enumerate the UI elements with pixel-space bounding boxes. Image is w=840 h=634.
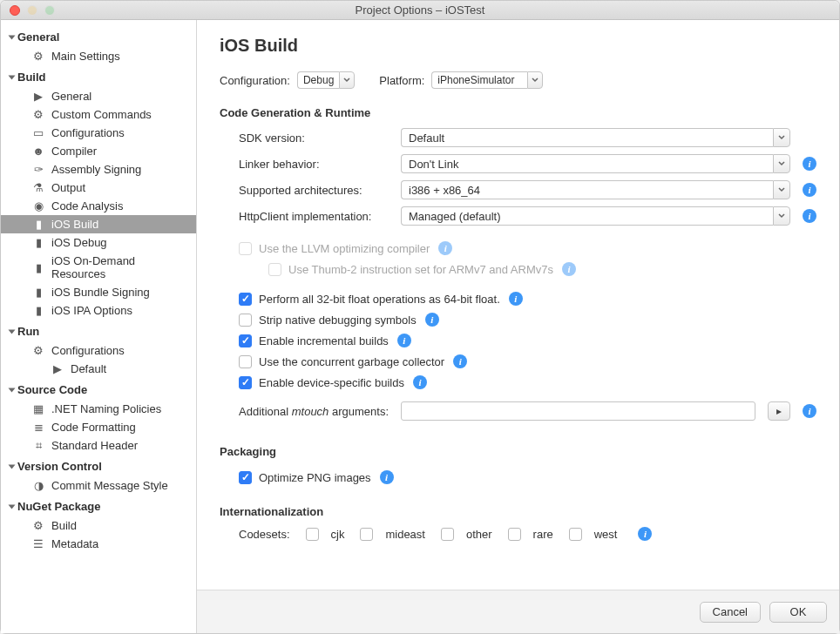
info-icon[interactable]: i xyxy=(509,292,523,306)
mtouch-input[interactable] xyxy=(401,401,755,421)
chevron-down-icon xyxy=(527,71,543,89)
sidebar-category-nuget[interactable]: NuGet Package xyxy=(1,495,196,516)
document-icon: ▮ xyxy=(32,237,44,249)
info-icon[interactable]: i xyxy=(425,313,439,327)
sidebar-item-nuget-metadata[interactable]: ☰Metadata xyxy=(1,535,196,553)
sidebar-item-configurations[interactable]: ▭Configurations xyxy=(1,124,196,142)
sidebar-item-assembly-signing[interactable]: ✑Assembly Signing xyxy=(1,160,196,179)
checkbox[interactable] xyxy=(239,376,252,389)
ok-button[interactable]: OK xyxy=(769,602,827,623)
info-icon[interactable]: i xyxy=(803,209,816,223)
sidebar-item-main-settings[interactable]: ⚙Main Settings xyxy=(1,47,196,65)
checkbox xyxy=(239,242,252,255)
checkbox[interactable] xyxy=(239,314,252,327)
cancel-button[interactable]: Cancel xyxy=(700,602,761,623)
codeset-west[interactable]: west xyxy=(569,528,618,541)
checkbox[interactable] xyxy=(239,355,252,368)
gear-icon: ⚙ xyxy=(32,345,44,357)
info-icon[interactable]: i xyxy=(397,334,411,347)
sdk-select[interactable]: Default xyxy=(401,128,790,147)
info-icon[interactable]: i xyxy=(413,375,427,389)
codeset-rare[interactable]: rare xyxy=(508,528,553,541)
info-icon[interactable]: i xyxy=(803,183,816,197)
chevron-down-icon xyxy=(773,128,790,147)
sidebar-category-source-code[interactable]: Source Code xyxy=(1,378,196,400)
checkbox[interactable] xyxy=(360,528,373,541)
sidebar-item-nuget-build[interactable]: ⚙Build xyxy=(1,516,196,535)
sidebar-item-commit-style[interactable]: ◑Commit Message Style xyxy=(1,476,196,495)
info-icon[interactable]: i xyxy=(562,262,576,276)
close-window-button[interactable] xyxy=(10,5,20,16)
http-select[interactable]: Managed (default) xyxy=(401,206,790,226)
check-incremental[interactable]: Enable incremental buildsi xyxy=(220,330,816,351)
checkbox[interactable] xyxy=(441,528,454,541)
play-icon: ▶ xyxy=(51,363,64,375)
sdk-label: SDK version: xyxy=(239,132,394,145)
checkbox[interactable] xyxy=(508,528,521,541)
mtouch-picker-button[interactable] xyxy=(768,401,790,421)
codeset-cjk[interactable]: cjk xyxy=(306,528,345,541)
http-label: HttpClient implementation: xyxy=(239,210,394,223)
sidebar-category-build[interactable]: Build xyxy=(1,65,196,87)
body: General ⚙Main Settings Build ▶General ⚙C… xyxy=(1,20,839,633)
page-title: iOS Build xyxy=(220,36,816,56)
sidebar-item-standard-header[interactable]: ⌗Standard Header xyxy=(1,436,196,455)
configuration-select[interactable]: Debug xyxy=(297,71,355,89)
content-scroll: iOS Build Configuration: Debug Platform:… xyxy=(197,20,839,590)
codeset-other[interactable]: other xyxy=(441,528,492,541)
sidebar-item-code-formatting[interactable]: ≣Code Formatting xyxy=(1,418,196,436)
checkbox[interactable] xyxy=(306,528,319,541)
sidebar-category-general[interactable]: General xyxy=(1,25,196,47)
linker-select[interactable]: Don't Link xyxy=(401,154,790,173)
sidebar-item-ios-ipa-options[interactable]: ▮iOS IPA Options xyxy=(1,301,196,320)
arch-label: Supported architectures: xyxy=(239,184,394,197)
sidebar-item-naming-policies[interactable]: ▦.NET Naming Policies xyxy=(1,400,196,418)
minimize-window-button[interactable] xyxy=(27,5,37,16)
checkbox[interactable] xyxy=(569,528,582,541)
sidebar-sub-configurations[interactable]: ⚙Configurations xyxy=(1,341,196,360)
gear-icon: ⚙ xyxy=(32,520,44,532)
dialog-footer: Cancel OK xyxy=(197,590,839,633)
sidebar-category-run[interactable]: Run xyxy=(1,320,196,341)
info-icon[interactable]: i xyxy=(380,470,394,484)
row-arch: Supported architectures: i386 + x86_64 i xyxy=(239,180,816,199)
zoom-window-button[interactable] xyxy=(44,5,55,16)
info-icon[interactable]: i xyxy=(803,157,816,171)
codeset-mideast[interactable]: mideast xyxy=(360,528,425,541)
sidebar-item-general[interactable]: ▶General xyxy=(1,87,196,105)
info-icon[interactable]: i xyxy=(803,404,816,418)
info-icon[interactable]: i xyxy=(438,241,452,255)
sidebar-item-default[interactable]: ▶Default xyxy=(1,360,196,378)
hash-icon: ⌗ xyxy=(32,440,44,452)
checkbox[interactable] xyxy=(239,334,252,347)
checkbox[interactable] xyxy=(239,471,252,484)
info-icon[interactable]: i xyxy=(453,354,467,368)
sidebar-item-ios-debug[interactable]: ▮iOS Debug xyxy=(1,233,196,252)
chevron-down-icon xyxy=(773,180,790,199)
checkbox[interactable] xyxy=(239,293,252,306)
check-gc[interactable]: Use the concurrent garbage collectori xyxy=(220,351,816,372)
section-packaging-header: Packaging xyxy=(220,445,816,458)
check-device-builds[interactable]: Enable device-specific buildsi xyxy=(220,372,816,393)
info-icon[interactable]: i xyxy=(638,527,652,541)
key-icon: ✑ xyxy=(32,164,44,176)
sidebar-item-output[interactable]: ⚗Output xyxy=(1,179,196,197)
check-strip[interactable]: Strip native debugging symbolsi xyxy=(220,309,816,330)
check-optimize-png[interactable]: Optimize PNG imagesi xyxy=(220,467,816,488)
sidebar-item-custom-commands[interactable]: ⚙Custom Commands xyxy=(1,105,196,124)
document-icon: ▮ xyxy=(32,219,44,231)
check-thumb: Use Thumb-2 instruction set for ARMv7 an… xyxy=(220,259,816,280)
sidebar-item-ios-ondemand[interactable]: ▮iOS On-Demand Resources xyxy=(1,252,196,283)
check-float[interactable]: Perform all 32-bit float operations as 6… xyxy=(220,288,816,309)
config-platform-row: Configuration: Debug Platform: iPhoneSim… xyxy=(220,71,816,89)
sidebar-item-code-analysis[interactable]: ◉Code Analysis xyxy=(1,197,196,215)
sidebar-item-ios-build[interactable]: ▮iOS Build xyxy=(1,215,196,233)
row-mtouch: Additional mtouch arguments: i xyxy=(220,401,816,421)
sidebar-item-ios-bundle-signing[interactable]: ▮iOS Bundle Signing xyxy=(1,283,196,301)
platform-select[interactable]: iPhoneSimulator xyxy=(431,71,543,89)
sidebar-item-compiler[interactable]: ☻Compiler xyxy=(1,142,196,160)
section-i18n-header: Internationalization xyxy=(220,505,816,518)
arch-select[interactable]: i386 + x86_64 xyxy=(401,180,790,199)
chevron-down-icon xyxy=(339,71,355,89)
sidebar-category-version-control[interactable]: Version Control xyxy=(1,455,196,476)
